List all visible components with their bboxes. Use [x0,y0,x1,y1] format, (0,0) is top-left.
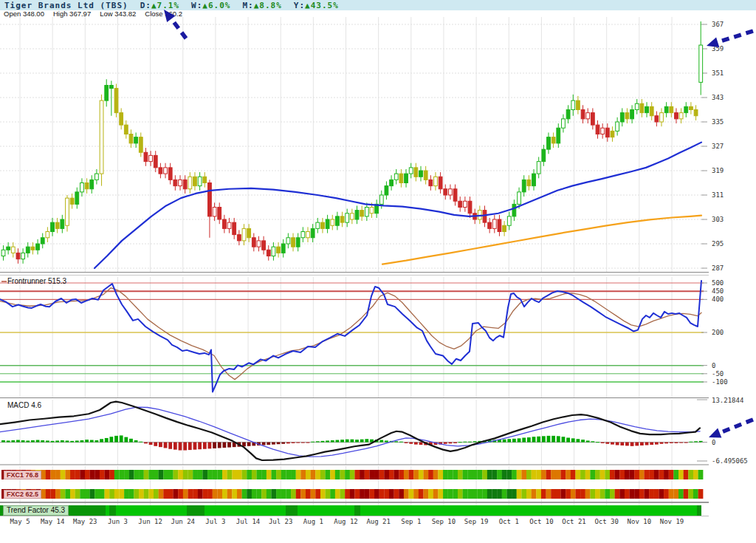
macd-histogram-bar [664,443,668,444]
svg-text:200: 200 [712,329,724,336]
macd-histogram-bar [316,441,320,442]
macd-histogram-bar [114,436,118,443]
candle-body [616,122,619,131]
candle-body [179,180,182,185]
candle-body [503,225,506,231]
svg-text:0: 0 [712,439,715,446]
svg-text:Jul 3: Jul 3 [205,518,225,525]
candle-body [370,208,374,214]
candle-body [458,201,462,207]
candle-body [109,86,113,89]
candle-body [218,208,221,220]
candle-body [80,183,84,192]
macd-histogram-bar [419,443,423,445]
candle-body [292,238,295,247]
macd-histogram-bar [562,437,566,442]
candle-body [551,137,555,143]
candle-body [488,222,492,228]
candle-body [532,174,536,186]
candle-body [11,247,15,253]
macd-histogram-bar [571,438,575,442]
candle-body [547,137,551,150]
macd-histogram-bar [503,440,506,443]
macd-histogram-bar [532,437,536,442]
trend-factor-value: 45.3 [51,506,65,514]
macd-histogram-bar [26,440,30,442]
candle-body [183,180,187,188]
macd-histogram-bar [281,443,285,444]
macd-histogram-bar [100,439,103,442]
chart-canvas[interactable]: 3673593513433353273193113032952875004504… [0,0,756,543]
svg-text:Sep 1: Sep 1 [401,518,421,525]
macd-histogram-bar [277,443,281,445]
macd-histogram-bar [70,441,74,443]
candle-body [512,204,516,216]
candle-body [16,253,20,259]
candle-body [684,106,688,112]
macd-histogram-bar [193,443,197,450]
trading-chart-app: { "header": { "title": "Tiger Brands Ltd… [0,0,756,543]
macd-histogram-bar [85,440,89,442]
macd-histogram-bar [473,441,477,442]
candle-body [70,198,74,204]
candle-body [690,106,693,109]
macd-histogram-bar [331,440,334,443]
candle-body [168,168,172,180]
macd-histogram-bar [159,443,162,448]
macd-histogram-bar [11,440,15,443]
candle-body [90,180,94,188]
svg-text:367: 367 [712,21,724,28]
svg-text:May 14: May 14 [41,518,65,525]
frontrunner-main-line [0,281,701,392]
macd-signal-line [0,407,700,457]
macd-histogram-bar [394,441,398,442]
svg-text:Nov 10: Nov 10 [628,518,652,525]
macd-histogram-bar [95,440,99,443]
svg-text:343: 343 [712,94,724,101]
macd-histogram-bar [518,438,521,442]
candle-body [630,110,634,119]
svg-text:Aug 21: Aug 21 [366,518,391,525]
macd-histogram-bar [105,438,109,443]
candle-body [120,113,123,126]
candle-body [449,189,453,195]
price-axis: 367359351343335327319311303295287 [701,21,724,272]
candle-body [154,155,157,168]
candle-body [252,238,255,247]
blue-ma-line [94,143,701,268]
macd-histogram-bar [75,440,79,442]
macd-axis: 13.218440-6.495065 [697,397,748,465]
macd-histogram-bar [262,443,266,445]
candle-body [385,186,388,195]
candle-body [518,192,521,205]
macd-histogram-bar [650,443,653,445]
macd-histogram-bar [670,443,673,443]
candle-body [650,106,653,115]
candle-body [188,177,192,189]
macd-histogram-bar [129,439,133,443]
macd-histogram-bar [124,437,128,443]
frontrunner-axis: 5004504002000-50-100 [701,279,728,386]
svg-text:Sep 10: Sep 10 [432,518,456,525]
macd-histogram-bar [675,443,678,443]
candle-body [85,183,89,189]
macd-histogram-bar [120,435,123,442]
macd-histogram-bar [360,440,364,443]
macd-histogram-bar [139,442,142,443]
svg-text:335: 335 [712,118,724,126]
candle-body [664,106,668,112]
macd-histogram-bar [655,443,659,445]
svg-text:311: 311 [712,191,724,199]
fxc2-strip [1,489,703,499]
macd-histogram-bar [645,443,649,445]
candle-body [262,241,266,250]
macd-histogram-bar [690,442,693,443]
macd-histogram-bar [522,437,526,442]
candle-body [394,174,398,180]
macd-histogram-bar [630,443,634,446]
candle-body [346,214,349,222]
macd-histogram-bar [601,443,605,443]
candle-body [139,137,142,153]
macd-histogram-bar [409,443,413,444]
macd-histogram-bar [414,443,418,445]
